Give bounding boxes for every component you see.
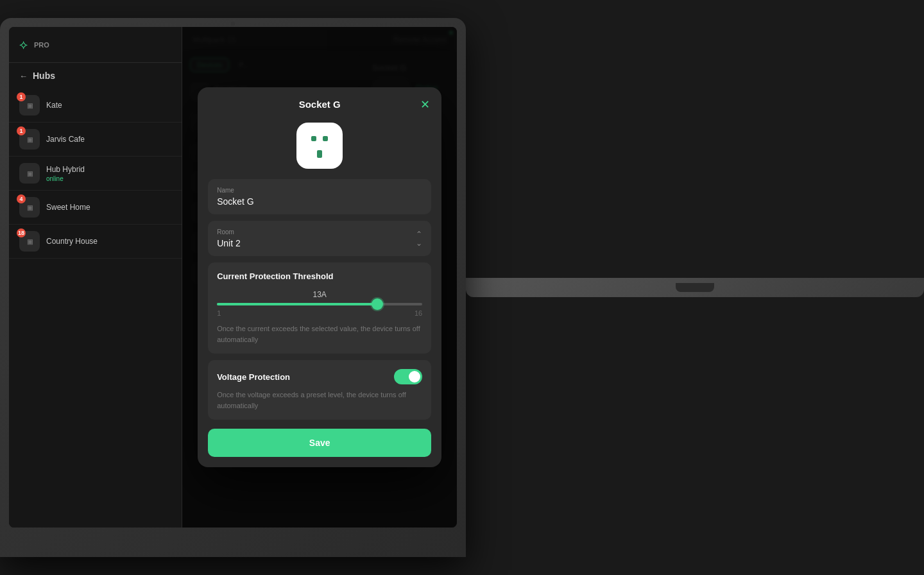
- slider-max: 16: [415, 309, 422, 317]
- slider-thumb[interactable]: [372, 298, 383, 310]
- name-value: Socket G: [217, 196, 422, 207]
- back-button[interactable]: ←: [19, 71, 28, 81]
- hub-list: 1 ▣ Kate 1 ▣ Jarvis: [9, 89, 182, 528]
- room-value: Unit 2: [217, 238, 241, 248]
- chevron-icon: ⌃⌄: [416, 230, 422, 248]
- slider-value-label: 13A: [217, 290, 422, 299]
- hub-name-hybrid: Hub Hybrid: [46, 165, 171, 174]
- hub-info-countryhouse: Country House: [46, 237, 171, 246]
- sidebar-section-title: Hubs: [33, 71, 55, 81]
- hub-info-jarvis: Jarvis Cafe: [46, 135, 171, 144]
- hub-name-countryhouse: Country House: [46, 237, 171, 246]
- name-label: Name: [217, 187, 422, 194]
- hub-item-jarvis[interactable]: 1 ▣ Jarvis Cafe: [9, 123, 182, 157]
- hub-badge-countryhouse: 18: [17, 228, 26, 237]
- logo-icon: ⟡: [19, 37, 28, 52]
- hub-status-hybrid: online: [46, 175, 171, 182]
- hub-name-sweethome: Sweet Home: [46, 203, 171, 212]
- slider-min: 1: [217, 309, 221, 317]
- hub-avatar-kate: 1 ▣: [19, 95, 40, 116]
- hub-badge-kate: 1: [17, 92, 26, 101]
- current-protection-title: Current Protection Threshold: [217, 271, 422, 281]
- sidebar-title-area: ← Hubs: [9, 63, 182, 89]
- room-card[interactable]: Room Unit 2 ⌃⌄: [208, 221, 431, 256]
- socket-hole-bottom: [317, 150, 322, 158]
- hub-info-hybrid: Hub Hybrid online: [46, 165, 171, 182]
- hub-item-kate[interactable]: 1 ▣ Kate: [9, 89, 182, 123]
- hub-item-sweethome[interactable]: 4 ▣ Sweet Home: [9, 191, 182, 225]
- modal-overlay: Socket G ✕: [182, 27, 457, 528]
- hub-name-jarvis: Jarvis Cafe: [46, 135, 171, 144]
- socket-modal: Socket G ✕: [198, 87, 441, 467]
- slider-container[interactable]: [217, 303, 422, 305]
- hub-avatar-countryhouse: 18 ▣: [19, 231, 40, 252]
- toggle-knob: [409, 371, 420, 382]
- hub-name-kate: Kate: [46, 101, 171, 110]
- hub-info-kate: Kate: [46, 101, 171, 110]
- app-title: PRO: [34, 41, 49, 49]
- slider-range-labels: 1 16: [217, 309, 422, 317]
- voltage-toggle[interactable]: [394, 369, 422, 384]
- hub-badge-jarvis: 1: [17, 126, 26, 135]
- close-button[interactable]: ✕: [420, 99, 430, 110]
- hub-badge-sweethome: 4: [17, 194, 26, 203]
- socket-face: [302, 128, 337, 163]
- voltage-hint: Once the voltage exceeds a preset level,…: [217, 390, 422, 411]
- current-protection-hint: Once the current exceeds the selected va…: [217, 323, 422, 345]
- hub-avatar-sweethome: 4 ▣: [19, 197, 40, 218]
- hub-avatar-jarvis: 1 ▣: [19, 129, 40, 150]
- modal-icon-area: [198, 110, 441, 179]
- modal-title: Socket G: [299, 99, 341, 110]
- hub-item-hybrid[interactable]: ▣ Hub Hybrid online: [9, 157, 182, 191]
- modal-body: Name Socket G Room Unit 2: [198, 179, 441, 467]
- sidebar: ⟡ PRO ← Hubs 1 ▣ Kate: [9, 27, 182, 528]
- socket-hole-top-right: [323, 136, 328, 141]
- sidebar-header: ⟡ PRO: [9, 27, 182, 63]
- main-content: Multipack 15 Remote Access Devices P...: [182, 27, 457, 528]
- current-protection-card: Current Protection Threshold 13A 1: [208, 262, 431, 354]
- chin-notch: [676, 283, 714, 292]
- room-label: Room: [217, 228, 241, 236]
- voltage-protection-card: Voltage Protection Once the voltage exce…: [208, 360, 431, 420]
- hub-info-sweethome: Sweet Home: [46, 203, 171, 212]
- hub-avatar-hybrid: ▣: [19, 163, 40, 184]
- voltage-title: Voltage Protection: [217, 372, 290, 382]
- slider-track: [217, 303, 422, 305]
- hub-item-countryhouse[interactable]: 18 ▣ Country House: [9, 225, 182, 259]
- save-button[interactable]: Save: [208, 429, 431, 457]
- socket-icon: [296, 123, 343, 169]
- slider-fill: [217, 303, 377, 305]
- modal-header: Socket G ✕: [198, 87, 441, 110]
- socket-hole-top-left: [311, 136, 316, 141]
- name-card: Name Socket G: [208, 179, 431, 214]
- voltage-header: Voltage Protection: [217, 369, 422, 384]
